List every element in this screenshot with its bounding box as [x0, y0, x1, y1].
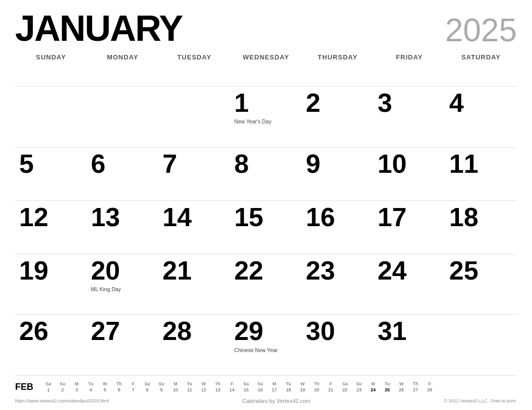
- day-cell: 9: [302, 147, 374, 200]
- mini-day-header: M: [366, 381, 380, 387]
- day-header: THURSDAY: [302, 50, 374, 86]
- day-number: 30: [306, 317, 370, 346]
- mini-day: 3: [70, 387, 84, 393]
- day-number: 1: [234, 89, 298, 117]
- mini-day-header: Th: [211, 381, 225, 387]
- mini-column: Su23: [352, 381, 366, 393]
- mini-day-header: M: [168, 381, 183, 387]
- day-number: 15: [234, 203, 298, 232]
- day-header: TUESDAY: [158, 50, 230, 86]
- day-number: 7: [162, 150, 226, 178]
- day-number: 25: [449, 256, 513, 285]
- mini-day-header: F: [225, 381, 239, 387]
- mini-day: 20: [310, 387, 324, 393]
- mini-column: Su2: [55, 381, 70, 393]
- mini-day: 14: [225, 387, 239, 393]
- footer-row: https://www.vertex42.com/calendars/2025.…: [15, 395, 517, 405]
- day-number: 3: [378, 89, 441, 117]
- day-cell: 26: [15, 314, 87, 375]
- mini-day-header: Su: [253, 381, 267, 387]
- mini-day: 26: [394, 387, 408, 393]
- holiday-label: New Year's Day: [234, 118, 298, 125]
- empty-cell: [87, 86, 158, 147]
- day-number: 9: [306, 150, 370, 178]
- day-cell: 30: [302, 314, 374, 375]
- day-number: 10: [378, 150, 441, 178]
- mini-day-header: Sa: [338, 381, 352, 387]
- footer-center: Calendars by Vertex42.com: [243, 398, 311, 404]
- mini-column: W5: [98, 381, 112, 393]
- footer-right: © 2022 Vertex42 LLC . Free to print.: [444, 398, 517, 403]
- empty-cell: [15, 86, 87, 147]
- mini-day-header: Tu: [183, 381, 197, 387]
- mini-day: 15: [239, 387, 253, 393]
- mini-day-header: Tu: [380, 381, 394, 387]
- day-cell: 5: [15, 147, 87, 200]
- day-cell: 7: [158, 147, 230, 200]
- day-number: 14: [162, 203, 226, 232]
- mini-day: 6: [112, 387, 126, 393]
- day-cell: 8: [230, 147, 302, 200]
- day-number: 12: [19, 203, 83, 232]
- month-title: JANUARY: [15, 10, 182, 46]
- calendar-container: JANUARY 2025 SUNDAYMONDAYTUESDAYWEDNESDA…: [0, 0, 532, 410]
- mini-day-header: Th: [310, 381, 324, 387]
- mini-day-header: Tu: [84, 381, 98, 387]
- day-header: SUNDAY: [15, 50, 87, 86]
- mini-day: 7: [126, 387, 140, 393]
- mini-day-header: F: [423, 381, 437, 387]
- mini-column: W26: [394, 381, 408, 393]
- mini-column: F28: [423, 381, 437, 393]
- mini-day: 12: [197, 387, 211, 393]
- day-cell: 19: [15, 254, 87, 315]
- day-cell: 17: [374, 200, 445, 254]
- mini-day-header: W: [197, 381, 211, 387]
- mini-column: Th13: [211, 381, 225, 393]
- day-cell: 1New Year's Day: [230, 86, 302, 147]
- mini-day-header: W: [98, 381, 112, 387]
- mini-day-header: Sa: [41, 381, 55, 387]
- mini-day-header: Th: [112, 381, 126, 387]
- mini-day: 28: [423, 387, 437, 393]
- mini-day: 21: [324, 387, 338, 393]
- mini-column: Sa22: [338, 381, 352, 393]
- mini-day-header: Sa: [140, 381, 154, 387]
- mini-day: 5: [98, 387, 112, 393]
- mini-calendar-section: FEBSa1Su2M3Tu4W5Th6F7Sa8Su9M10Tu11W12Th1…: [15, 375, 517, 395]
- calendar-grid: SUNDAYMONDAYTUESDAYWEDNESDAYTHURSDAYFRID…: [15, 50, 517, 375]
- day-header: WEDNESDAY: [230, 50, 302, 86]
- year-title: 2025: [445, 14, 517, 46]
- empty-cell: [158, 86, 230, 147]
- day-number: 4: [449, 89, 513, 117]
- mini-day-header: W: [295, 381, 310, 387]
- mini-day-header: M: [70, 381, 84, 387]
- day-cell: 14: [158, 200, 230, 254]
- mini-day: 22: [338, 387, 352, 393]
- mini-day: 1: [41, 387, 55, 393]
- mini-day: 16: [253, 387, 267, 393]
- day-number: 18: [449, 203, 513, 232]
- mini-day: 23: [352, 387, 366, 393]
- day-header: FRIDAY: [374, 50, 445, 86]
- day-number: 11: [449, 150, 513, 178]
- mini-column: Th6: [112, 381, 126, 393]
- day-number: 23: [306, 256, 370, 285]
- mini-column: Th27: [408, 381, 423, 393]
- day-cell: 22: [230, 254, 302, 315]
- mini-day-header: Su: [55, 381, 70, 387]
- mini-column: Su16: [253, 381, 267, 393]
- day-cell: 29Chinese New Year: [230, 314, 302, 375]
- mini-day-header: Tu: [281, 381, 295, 387]
- day-number: 13: [91, 203, 154, 232]
- mini-day: 27: [408, 387, 423, 393]
- day-number: 22: [234, 256, 298, 285]
- mini-day-header: M: [267, 381, 281, 387]
- day-cell: 20ML King Day: [87, 254, 158, 315]
- day-number: 29: [234, 317, 298, 346]
- day-number: 19: [19, 256, 83, 285]
- day-number: 2: [306, 89, 370, 117]
- mini-column: Tu11: [183, 381, 197, 393]
- day-number: 16: [306, 203, 370, 232]
- holiday-label: ML King Day: [91, 286, 154, 293]
- day-cell: 31: [374, 314, 445, 375]
